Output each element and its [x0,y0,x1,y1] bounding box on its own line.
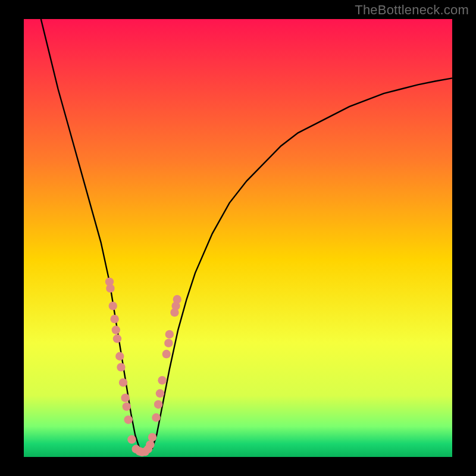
outer-frame: TheBottleneck.com [0,0,476,476]
chart-svg [24,19,452,457]
data-marker [152,414,160,422]
data-marker [158,376,166,384]
plot-area [24,19,452,457]
data-marker [156,389,164,397]
data-marker [119,378,127,387]
data-marker [162,350,171,358]
gradient-background [24,19,452,457]
data-marker [154,400,162,408]
data-marker [165,330,174,339]
watermark-text: TheBottleneck.com [355,2,469,18]
data-marker [127,435,136,443]
data-marker [121,393,129,402]
data-marker [106,284,114,292]
data-marker [148,433,156,441]
data-marker [117,363,125,371]
data-marker [124,415,132,424]
data-marker [115,352,124,361]
data-marker [146,440,154,449]
data-marker [113,334,121,343]
data-marker [123,402,131,411]
data-marker [109,302,117,310]
data-marker [112,325,120,334]
data-marker [110,315,118,323]
data-marker [164,339,173,347]
data-marker [173,295,181,303]
